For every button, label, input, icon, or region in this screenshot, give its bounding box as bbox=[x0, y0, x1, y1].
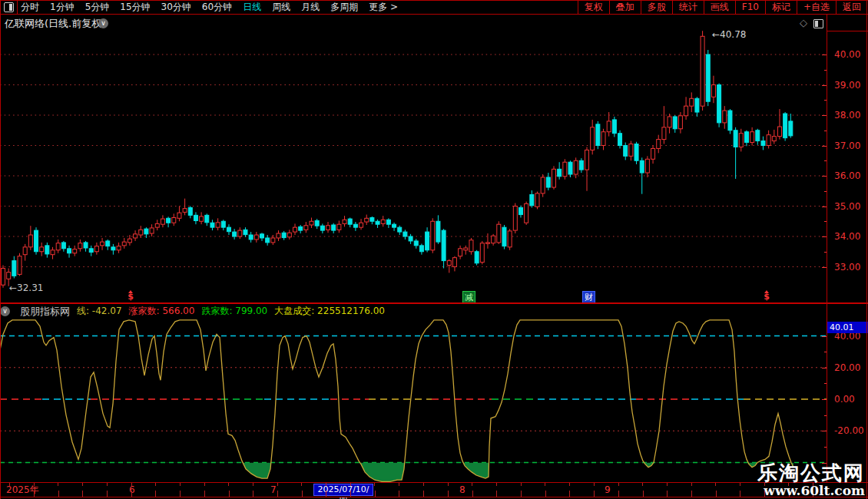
period-item-2[interactable]: 1分钟 bbox=[50, 0, 75, 14]
time-tick bbox=[521, 483, 522, 486]
candle-up bbox=[128, 239, 131, 243]
period-item-11[interactable]: 更多 > bbox=[369, 0, 398, 14]
candle-up bbox=[563, 162, 567, 177]
time-grid-tick bbox=[545, 491, 546, 497]
title-bar: 亿联网络(日线.前复权) ∨ ◇ bbox=[0, 15, 868, 30]
period-item-8[interactable]: 周线 bbox=[272, 0, 290, 14]
title-chevron-down-icon[interactable]: ∨ bbox=[98, 18, 108, 28]
time-tick bbox=[326, 483, 326, 486]
time-tick bbox=[204, 483, 205, 486]
candle-down bbox=[282, 233, 286, 237]
candle-down bbox=[409, 236, 412, 241]
time-grid-tick bbox=[643, 491, 644, 497]
candle-up bbox=[772, 137, 776, 141]
time-grid-tick bbox=[302, 491, 303, 497]
candle-down bbox=[376, 221, 379, 224]
candle-up bbox=[651, 148, 655, 159]
action-item-7[interactable]: 标记 bbox=[765, 0, 797, 14]
candle-up bbox=[101, 242, 104, 246]
candle-up bbox=[155, 223, 159, 227]
candle-up bbox=[513, 207, 517, 231]
candle-down bbox=[194, 215, 197, 220]
period-item-4[interactable]: 15分钟 bbox=[120, 0, 150, 14]
time-label-5: 9 bbox=[605, 484, 611, 496]
period-item-1[interactable]: 分时 bbox=[21, 0, 39, 14]
indicator-chart[interactable] bbox=[0, 319, 827, 483]
signal-dollar-marker-4: $ bbox=[761, 290, 772, 301]
time-tick bbox=[350, 483, 351, 486]
diamond-icon[interactable]: ◇ bbox=[800, 17, 807, 28]
time-grid-tick bbox=[350, 491, 351, 497]
action-item-6[interactable]: F10 bbox=[735, 0, 765, 14]
candle-up bbox=[94, 246, 98, 252]
time-tick bbox=[642, 483, 643, 486]
candle-up bbox=[56, 243, 60, 250]
candle-down bbox=[260, 234, 263, 238]
action-item-2[interactable]: 叠加 bbox=[609, 0, 641, 14]
period-item-7[interactable]: 日线 bbox=[243, 0, 261, 14]
candle-down bbox=[84, 243, 88, 248]
candle-up bbox=[678, 116, 682, 129]
price-label-40.00: 40.00 bbox=[834, 49, 860, 60]
candle-up bbox=[601, 132, 605, 146]
candle-down bbox=[475, 252, 479, 263]
candle-up bbox=[585, 150, 589, 170]
candle-down bbox=[789, 121, 793, 136]
highlighted-date[interactable]: 2025/07/10/四 bbox=[313, 484, 373, 496]
candle-up bbox=[574, 160, 578, 174]
time-tick bbox=[107, 483, 108, 486]
time-tick bbox=[277, 483, 278, 486]
layout-split-button[interactable] bbox=[0, 0, 18, 14]
indicator-label-0.00: 0.00 bbox=[834, 394, 855, 405]
indicator-field-3: 跌家数: 799.00 bbox=[201, 305, 267, 318]
time-grid-tick bbox=[131, 491, 132, 497]
action-item-3[interactable]: 多股 bbox=[641, 0, 672, 14]
candle-up bbox=[767, 135, 770, 146]
period-item-6[interactable]: 60分钟 bbox=[202, 0, 232, 14]
period-item-3[interactable]: 5分钟 bbox=[85, 0, 110, 14]
indicator-name: 股朋指标网 bbox=[20, 305, 70, 319]
price-label-34.00: 34.00 bbox=[834, 231, 860, 242]
action-item-4[interactable]: 统计 bbox=[672, 0, 704, 14]
time-grid-tick bbox=[326, 491, 326, 497]
indicator-header: ∨ 股朋指标网 线: -42.07涨家数: 566.00跌家数: 799.00大… bbox=[0, 305, 827, 318]
candle-up bbox=[304, 226, 308, 230]
candle-up bbox=[359, 223, 363, 227]
action-item-8[interactable]: +自选 bbox=[797, 0, 836, 14]
layout-split-icon bbox=[4, 2, 14, 12]
period-item-10[interactable]: 多周期 bbox=[330, 0, 358, 14]
time-label-3: 7 bbox=[270, 484, 277, 496]
indicator-chevron-down-icon[interactable]: ∨ bbox=[0, 306, 10, 316]
candle-up bbox=[777, 127, 781, 137]
price-axis-border bbox=[827, 15, 827, 483]
signal-dollar-marker-1: $ bbox=[125, 290, 136, 301]
time-grid-tick bbox=[691, 491, 692, 497]
watermark: 乐淘公式网 www.60lt.com bbox=[757, 462, 865, 498]
candle-down bbox=[320, 226, 324, 230]
candle-down bbox=[233, 232, 237, 236]
action-item-9[interactable]: 返回 bbox=[836, 0, 867, 14]
period-item-5[interactable]: 30分钟 bbox=[161, 0, 191, 14]
candle-down bbox=[558, 169, 562, 176]
pane-split-icon[interactable] bbox=[813, 19, 823, 28]
candle-up bbox=[723, 111, 727, 123]
action-item-5[interactable]: 画线 bbox=[704, 0, 735, 14]
candle-up bbox=[711, 85, 715, 97]
candle-up bbox=[172, 218, 176, 223]
time-grid-tick bbox=[472, 491, 473, 497]
candle-up bbox=[492, 236, 495, 243]
candle-down bbox=[784, 114, 787, 138]
candle-down bbox=[45, 246, 49, 254]
candle-up bbox=[591, 127, 595, 150]
candle-down bbox=[106, 241, 110, 246]
time-tick bbox=[228, 483, 229, 486]
price-label-37.00: 37.00 bbox=[834, 140, 860, 151]
candle-up bbox=[629, 144, 633, 157]
watermark-site-name: 乐淘公式网 bbox=[757, 462, 865, 484]
action-item-1[interactable]: 复权 bbox=[578, 0, 609, 14]
time-grid-tick bbox=[521, 491, 522, 497]
period-item-9[interactable]: 月线 bbox=[301, 0, 320, 14]
main-candlestick-chart[interactable] bbox=[0, 31, 827, 303]
candle-up bbox=[139, 230, 143, 235]
candle-down bbox=[370, 218, 374, 222]
